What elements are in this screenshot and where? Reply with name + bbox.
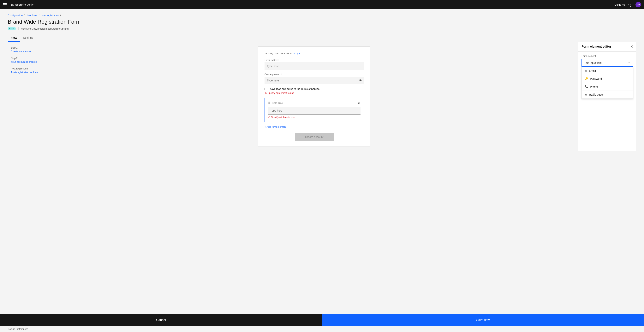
dropdown-item-phone[interactable]: 📞 Phone — [582, 83, 633, 91]
tos-checkbox[interactable] — [264, 88, 267, 90]
drag-handle-icon[interactable]: ⠿ — [268, 101, 270, 105]
dropdown-selected-value: Text input field — [584, 61, 602, 64]
field-error: ⊘ Specify attribute to use — [268, 116, 360, 119]
tab-settings[interactable]: Settings — [20, 34, 36, 42]
form-preview: Already have an account? Log in Email ad… — [50, 42, 578, 151]
password-input[interactable] — [264, 76, 364, 84]
cookie-preferences[interactable]: Cookie Preferences — [0, 326, 644, 332]
status-badge: Draft — [8, 27, 16, 30]
email-input[interactable] — [264, 62, 364, 70]
dropdown-trigger[interactable]: Text input field ⌃ — [582, 59, 633, 67]
checkbox-error-icon: ⊘ — [264, 92, 267, 94]
guide-me-link[interactable]: Guide me — [614, 3, 626, 6]
tos-label: I have read and agree to the Terms of Se… — [268, 88, 320, 90]
password-label: Create password — [264, 73, 364, 76]
step-item-1: Step 1 Create an account — [11, 46, 47, 53]
save-flow-button[interactable]: Save flow — [322, 314, 644, 326]
editor-section-label: Form element — [582, 55, 633, 58]
steps-sidebar: Step 1 Create an account Step 2 Your acc… — [8, 42, 50, 151]
topnav: IBM Security Verify Guide me ? MP — [0, 0, 644, 9]
email-icon: ✉ — [585, 69, 587, 72]
checkbox-error: ⊘ Specify agreement to use — [264, 92, 364, 94]
email-label: Email address — [264, 59, 364, 62]
tab-flow[interactable]: Flow — [8, 34, 20, 42]
step-link-1[interactable]: Create an account — [11, 50, 31, 53]
breadcrumb-sep-1: / — [24, 14, 24, 17]
log-in-link[interactable]: Log in — [294, 52, 301, 55]
status-row: Draft | consumer.ice.ibmcloud.com/regist… — [8, 27, 636, 30]
breadcrumb-sep-3: / — [60, 14, 61, 17]
page-title: Brand Wide Registration Form — [8, 19, 636, 25]
field-error-icon: ⊘ — [268, 116, 270, 119]
radio-icon: ◉ — [585, 93, 587, 96]
email-field-group: Email address — [264, 59, 364, 70]
delete-field-icon[interactable]: 🗑 — [358, 102, 360, 105]
step-label-2: Step 2 — [11, 57, 47, 60]
flow-area: Step 1 Create an account Step 2 Your acc… — [8, 42, 636, 151]
breadcrumb-user-flows[interactable]: User flows — [26, 14, 38, 17]
eye-icon[interactable]: 👁 — [359, 79, 362, 82]
already-account-text: Already have an account? Log in — [264, 52, 364, 55]
phone-icon: 📞 — [585, 85, 588, 88]
chevron-up-icon: ⌃ — [628, 61, 630, 65]
dropdown-menu: ✉ Email 🔑 Password 📞 Phone ◉ — [582, 67, 633, 99]
page-url: consumer.ice.ibmcloud.com/register/brand — [21, 27, 68, 30]
create-account-button[interactable]: Create account — [295, 133, 334, 141]
avatar[interactable]: MP — [636, 2, 641, 7]
step-item-post: Post-registration Post-registration acti… — [11, 67, 47, 74]
step-link-post[interactable]: Post-registration actions — [11, 71, 38, 74]
cancel-button[interactable]: Cancel — [0, 314, 322, 326]
password-input-wrap: 👁 — [264, 76, 364, 84]
main-content: Configuration / User flows / User regist… — [0, 9, 644, 314]
breadcrumb: Configuration / User flows / User regist… — [8, 14, 636, 17]
form-card: Already have an account? Log in Email ad… — [258, 46, 370, 146]
breadcrumb-sep-2: / — [39, 14, 40, 17]
step-label-post: Post-registration — [11, 67, 47, 70]
password-icon: 🔑 — [585, 77, 588, 80]
dropdown-item-password[interactable]: 🔑 Password — [582, 75, 633, 83]
field-input[interactable] — [268, 107, 360, 114]
editor-close-button[interactable]: ✕ — [630, 45, 633, 48]
bottom-bar: Cancel Save flow — [0, 314, 644, 326]
breadcrumb-configuration[interactable]: Configuration — [8, 14, 23, 17]
topnav-right: Guide me ? MP — [614, 2, 641, 7]
step-item-2: Step 2 Your account is created — [11, 57, 47, 64]
brand-logo: IBM Security Verify — [10, 3, 34, 6]
checkbox-field-group: I have read and agree to the Terms of Se… — [264, 88, 364, 94]
field-block: ⠿ Field label 🗑 ⊘ Specify attribute to u… — [264, 98, 364, 122]
field-block-header: ⠿ Field label 🗑 — [268, 101, 360, 105]
dropdown-item-radio[interactable]: ◉ Radio button — [582, 91, 633, 98]
form-element-dropdown: Text input field ⌃ ✉ Email 🔑 Password — [582, 59, 633, 67]
help-icon[interactable]: ? — [628, 3, 632, 6]
breadcrumb-user-registration[interactable]: User registration — [40, 14, 59, 17]
step-link-2[interactable]: Your account is created — [11, 60, 37, 63]
step-label-1: Step 1 — [11, 46, 47, 49]
editor-body: Form element Text input field ⌃ ✉ Email … — [578, 52, 636, 151]
hamburger-menu[interactable] — [3, 3, 6, 6]
tabs: Flow Settings — [8, 34, 636, 42]
field-block-label: Field label — [272, 102, 356, 104]
editor-panel-header: Form element editor ✕ — [578, 42, 636, 52]
password-field-group: Create password 👁 — [264, 73, 364, 84]
checkbox-row: I have read and agree to the Terms of Se… — [264, 88, 364, 90]
editor-panel: Form element editor ✕ Form element Text … — [578, 42, 636, 151]
editor-panel-title: Form element editor — [582, 45, 611, 48]
add-form-element-link[interactable]: + Add form element — [264, 125, 286, 128]
dropdown-item-email[interactable]: ✉ Email — [582, 67, 633, 75]
